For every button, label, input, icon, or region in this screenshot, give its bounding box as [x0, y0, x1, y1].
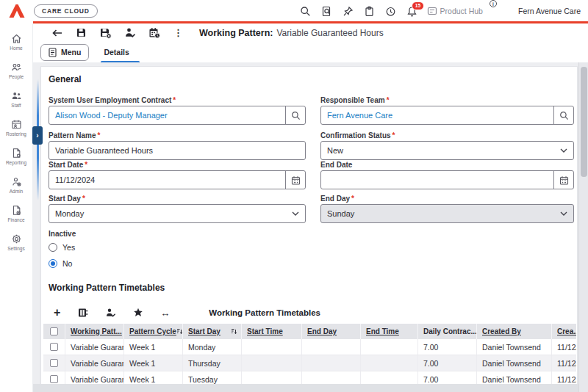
resize-columns-icon[interactable]: ↔ [160, 308, 170, 319]
clipboard-icon[interactable] [363, 5, 376, 18]
lookup-search-icon[interactable] [285, 106, 305, 124]
end-day-select[interactable]: Sunday [320, 204, 574, 223]
table-row[interactable]: Variable Guarant... Week 1 Monday 7.00 D… [43, 339, 576, 355]
add-record-button[interactable]: + [54, 307, 60, 319]
row-checkbox[interactable] [50, 359, 58, 367]
select-all-checkbox-cell [43, 324, 65, 339]
user-avatar[interactable]: i [493, 3, 509, 19]
col-end-time[interactable]: End Time [361, 324, 418, 339]
sidebar-item-finance[interactable]: Finance [0, 199, 32, 228]
tab-details[interactable]: Details [101, 43, 132, 61]
horizontal-scrollbar[interactable] [33, 384, 578, 392]
admin-icon [11, 176, 22, 187]
col-daily-contracted[interactable]: Daily Contrac... [418, 324, 477, 339]
start-day-select[interactable]: Monday [49, 204, 306, 223]
assign-button[interactable] [118, 24, 142, 42]
search-icon[interactable] [299, 5, 312, 18]
book-appointments-button[interactable] [142, 24, 166, 42]
radio-unchecked[interactable] [49, 243, 57, 252]
end-date-input[interactable] [320, 170, 574, 189]
sidebar-nav: Home People Staff Rostering Reporting Ad… [0, 23, 33, 392]
section-title-general: General [49, 74, 82, 84]
col-working-pattern[interactable]: Working Patt... [65, 324, 124, 339]
sidebar-item-admin[interactable]: Admin [0, 170, 32, 199]
sidebar-item-rostering[interactable]: Rostering [0, 113, 32, 142]
end-date-label: End Date [320, 161, 352, 169]
menu-doc-icon [49, 48, 57, 57]
employment-contract-label: System User Employment Contract [49, 96, 176, 104]
calendar-icon[interactable] [285, 171, 305, 189]
sidebar-item-people[interactable]: People [0, 56, 32, 84]
chevron-down-icon [292, 211, 299, 216]
calendar-icon[interactable] [553, 171, 573, 189]
panel-expander-button[interactable]: › [32, 126, 43, 145]
top-bar: CARE CLOUD 15 Product Hu [0, 0, 588, 22]
assign-records-button[interactable] [105, 308, 116, 318]
account-name[interactable]: Fern Avenue Care [518, 7, 581, 15]
row-checkbox[interactable] [50, 375, 58, 383]
confirmation-status-select[interactable]: New [320, 141, 574, 160]
advanced-find-icon[interactable] [320, 5, 333, 18]
inactive-yes-option[interactable]: Yes [49, 243, 75, 252]
save-and-close-button[interactable] [93, 24, 118, 42]
end-day-label: End Day [320, 195, 354, 203]
subgrid-title: Working Pattern Timetables [209, 308, 320, 317]
menu-button[interactable]: Menu [40, 44, 89, 61]
responsible-team-label: Responsible Team [320, 96, 390, 104]
sidebar-item-settings[interactable]: Settings [0, 228, 32, 256]
pin-icon[interactable] [342, 5, 354, 18]
col-created-on[interactable]: Crea... [552, 324, 576, 339]
more-commands-button[interactable]: ⋮ [166, 24, 190, 42]
staff-icon [11, 90, 22, 101]
sidebar-item-staff[interactable]: Staff [0, 84, 32, 113]
finance-icon [11, 205, 22, 216]
tab-bar: Menu Details [33, 42, 588, 62]
people-icon [11, 62, 22, 73]
topbar-actions: 15 Product Hub i Fern Avenue Care [299, 0, 581, 22]
flow-button[interactable] [133, 308, 143, 318]
app-badge[interactable]: CARE CLOUD [34, 4, 98, 18]
table-row[interactable]: Variable Guarant... Week 1 Thursday 7.00… [43, 355, 576, 371]
start-date-input[interactable]: 11/12/2024 [49, 170, 306, 189]
subgrid-header: Working Patt... Pattern Cycle Start Day … [43, 324, 576, 339]
home-icon [11, 33, 22, 44]
back-button[interactable] [45, 24, 69, 42]
history-icon[interactable] [384, 5, 397, 18]
pattern-name-input[interactable]: Variable Guaranteed Hours [49, 141, 306, 160]
sidebar-item-reporting[interactable]: Reporting [0, 142, 32, 170]
vertical-scrollbar[interactable] [578, 62, 588, 392]
save-button[interactable] [69, 24, 93, 42]
lookup-search-icon[interactable] [553, 106, 573, 124]
record-title-label: Working Pattern: [199, 28, 273, 38]
address-book-button[interactable] [77, 308, 88, 318]
inactive-no-option[interactable]: No [49, 259, 72, 268]
row-checkbox[interactable] [50, 343, 58, 351]
confirmation-status-label: Confirmation Status [320, 131, 395, 139]
notification-count-badge: 15 [412, 1, 423, 11]
settings-gear-icon [11, 233, 22, 244]
content-area: General System User Employment Contract … [33, 62, 578, 392]
responsible-team-lookup[interactable]: Fern Avenue Care [320, 106, 574, 125]
chevron-down-icon [560, 211, 567, 216]
col-pattern-cycle[interactable]: Pattern Cycle [124, 324, 183, 339]
chevron-down-icon [560, 148, 567, 153]
col-start-day[interactable]: Start Day [183, 324, 242, 339]
rostering-calendar-icon [11, 119, 22, 130]
col-created-by[interactable]: Created By [477, 324, 552, 339]
product-hub-icon [427, 6, 437, 16]
subgrid-body: Variable Guarant... Week 1 Monday 7.00 D… [43, 339, 576, 388]
form-card: General System User Employment Contract … [40, 66, 578, 388]
radio-checked[interactable] [49, 259, 57, 268]
notifications-bell-icon[interactable]: 15 [406, 5, 418, 18]
product-hub-button[interactable]: Product Hub [427, 6, 483, 16]
select-all-checkbox[interactable] [50, 327, 58, 335]
sidebar-item-home[interactable]: Home [0, 27, 32, 56]
sort-icon [176, 328, 183, 335]
sort-icon [231, 328, 237, 335]
col-start-time[interactable]: Start Time [242, 324, 302, 339]
col-end-day[interactable]: End Day [302, 324, 361, 339]
section-title-timetables: Working Pattern Timetables [49, 283, 165, 293]
scrollbar-thumb[interactable] [581, 67, 587, 177]
brand-logo-icon [7, 4, 26, 21]
employment-contract-lookup[interactable]: Alison Wood - Deputy Manager [49, 106, 306, 125]
